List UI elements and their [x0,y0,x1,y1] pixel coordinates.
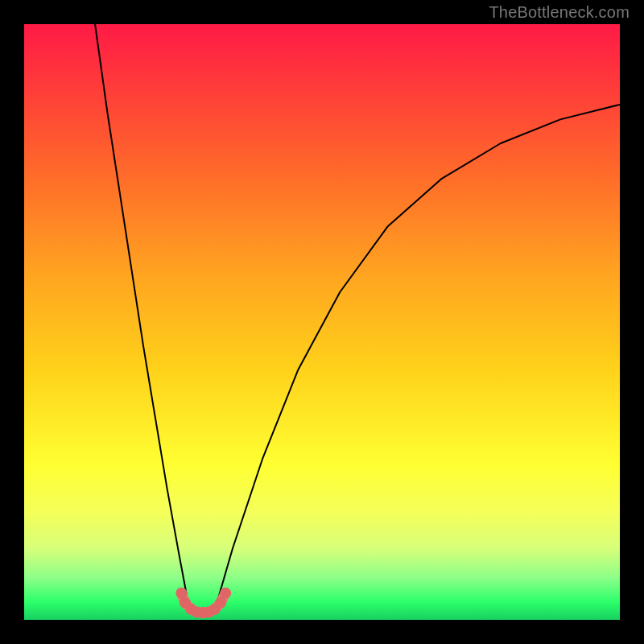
plot-frame [24,24,620,620]
chart-svg [24,24,620,620]
series-group [95,24,620,618]
series-right-branch [217,105,620,602]
series-left-branch [95,24,188,602]
chart-stage: TheBottleneck.com [0,0,644,644]
marker-minimum-marker [220,588,231,599]
watermark-text: TheBottleneck.com [489,3,630,22]
marker-minimum-marker [215,597,226,609]
